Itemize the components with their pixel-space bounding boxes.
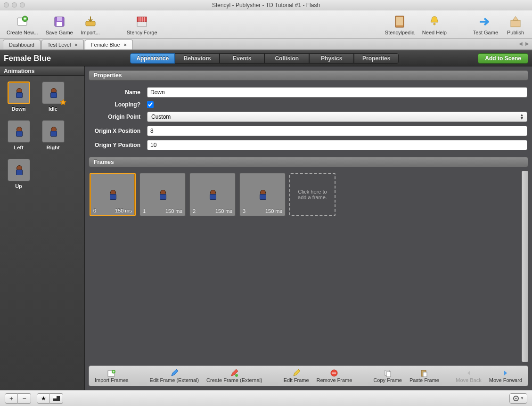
create-frame-external-label: Create Frame (External) bbox=[206, 377, 262, 383]
tab-next-icon[interactable]: ▶ bbox=[525, 41, 529, 46]
svg-rect-6 bbox=[137, 22, 147, 26]
save-game-button[interactable]: Save Game bbox=[42, 12, 77, 37]
frame-1[interactable]: 1 150 ms bbox=[139, 173, 186, 216]
frame-duration: 150 ms bbox=[165, 208, 182, 214]
name-label: Name bbox=[90, 89, 140, 96]
create-new-label: Create New... bbox=[7, 30, 38, 35]
save-icon bbox=[53, 14, 65, 30]
animation-left[interactable] bbox=[8, 120, 30, 143]
svg-rect-5 bbox=[86, 21, 95, 26]
animation-right-label: Right bbox=[46, 145, 59, 150]
stencylforge-button[interactable]: StencylForge bbox=[123, 12, 161, 37]
frame-2[interactable]: 2 150 ms bbox=[189, 173, 236, 216]
layers-button[interactable] bbox=[50, 393, 63, 404]
frames-toolbar: Import Frames Edit Frame (External) Crea… bbox=[89, 365, 528, 386]
create-new-icon bbox=[16, 14, 29, 30]
close-icon[interactable]: × bbox=[74, 42, 77, 48]
copy-frame-button[interactable]: Copy Frame bbox=[369, 368, 406, 384]
tab-physics[interactable]: Physics bbox=[309, 53, 354, 64]
animation-up[interactable] bbox=[8, 159, 30, 181]
arrow-left-icon bbox=[466, 369, 472, 377]
create-new-button[interactable]: Create New... bbox=[3, 12, 42, 37]
looping-checkbox[interactable] bbox=[147, 101, 154, 108]
paste-frame-label: Paste Frame bbox=[409, 377, 439, 383]
import-button[interactable]: Import... bbox=[77, 12, 104, 37]
svg-point-14 bbox=[434, 23, 435, 25]
animation-idle[interactable] bbox=[42, 81, 65, 104]
tab-test-level-label: Test Level bbox=[48, 42, 71, 48]
tab-prev-icon[interactable]: ◀ bbox=[519, 41, 523, 46]
paste-frame-button[interactable]: Paste Frame bbox=[406, 368, 443, 384]
need-help-button[interactable]: Need Help bbox=[418, 12, 450, 37]
sprite-icon bbox=[15, 127, 23, 136]
remove-frame-button[interactable]: Remove Frame bbox=[313, 368, 356, 384]
remove-animation-button[interactable]: − bbox=[18, 393, 31, 404]
close-icon[interactable]: × bbox=[124, 42, 127, 48]
add-to-scene-button[interactable]: Add to Scene bbox=[478, 53, 528, 64]
frame-index: 3 bbox=[243, 208, 246, 214]
stencylpedia-button[interactable]: Stencylpedia bbox=[381, 12, 418, 37]
svg-rect-7 bbox=[137, 17, 147, 22]
chevron-updown-icon: ▲▼ bbox=[520, 114, 524, 120]
editor-mode-tabs: Appearance Behaviors Events Collision Ph… bbox=[130, 53, 399, 64]
animation-up-label: Up bbox=[15, 183, 22, 189]
svg-rect-15 bbox=[511, 20, 520, 27]
settings-button[interactable]: ▼ bbox=[509, 393, 527, 404]
frame-0[interactable]: 0 150 ms bbox=[90, 173, 136, 216]
animation-idle-label: Idle bbox=[49, 106, 57, 112]
add-frame-button[interactable]: Click here to add a frame. bbox=[289, 173, 336, 216]
remove-frame-label: Remove Frame bbox=[317, 377, 352, 383]
add-animation-button[interactable]: + bbox=[5, 393, 18, 404]
svg-rect-20 bbox=[332, 373, 336, 374]
animation-down-label: Down bbox=[12, 106, 26, 112]
star-block: ★ bbox=[37, 393, 63, 404]
name-input[interactable] bbox=[147, 87, 527, 97]
frame-duration: 150 ms bbox=[265, 208, 282, 214]
actor-title: Female Blue bbox=[4, 54, 51, 63]
svg-rect-26 bbox=[53, 396, 57, 398]
test-game-button[interactable]: Test Game bbox=[469, 12, 502, 37]
svg-rect-3 bbox=[57, 17, 62, 21]
animations-sidebar: Animations Down Idle Left Right bbox=[0, 66, 85, 390]
pencil-icon bbox=[293, 369, 300, 377]
frame-3[interactable]: 3 150 ms bbox=[239, 173, 286, 216]
import-label: Import... bbox=[81, 30, 100, 35]
origin-x-input[interactable] bbox=[147, 126, 527, 136]
sprite-icon bbox=[109, 190, 116, 199]
properties-form: Name Looping? Origin Point Custom ▲▼ Ori… bbox=[85, 81, 532, 150]
tab-appearance[interactable]: Appearance bbox=[130, 53, 175, 64]
scrollbar[interactable] bbox=[522, 171, 528, 362]
tab-dashboard[interactable]: Dashboard bbox=[3, 40, 41, 49]
edit-frame-button[interactable]: Edit Frame bbox=[280, 368, 313, 384]
play-arrow-icon bbox=[479, 14, 492, 30]
stencylforge-icon bbox=[135, 14, 148, 30]
gear-icon bbox=[513, 395, 519, 402]
animation-down[interactable] bbox=[8, 81, 30, 104]
save-game-label: Save Game bbox=[46, 30, 73, 35]
create-frame-external-button[interactable]: Create Frame (External) bbox=[203, 368, 266, 384]
import-frames-button[interactable]: Import Frames bbox=[91, 368, 132, 384]
tab-behaviors[interactable]: Behaviors bbox=[175, 53, 220, 64]
publish-button[interactable]: Publish bbox=[502, 12, 529, 37]
import-frames-label: Import Frames bbox=[95, 377, 129, 383]
animation-right[interactable] bbox=[42, 120, 65, 143]
document-tabs: Dashboard Test Level× Female Blue× ◀ ▶ bbox=[0, 39, 532, 50]
origin-point-value: Custom bbox=[151, 114, 171, 120]
svg-rect-13 bbox=[396, 17, 403, 25]
edit-frame-external-button[interactable]: Edit Frame (External) bbox=[146, 368, 203, 384]
move-forward-button[interactable]: Move Forward bbox=[485, 368, 526, 384]
origin-point-select[interactable]: Custom ▲▼ bbox=[147, 112, 527, 122]
tab-test-level[interactable]: Test Level× bbox=[41, 40, 84, 49]
origin-point-label: Origin Point bbox=[90, 114, 140, 120]
tab-female-blue[interactable]: Female Blue× bbox=[85, 40, 133, 49]
tab-collision[interactable]: Collision bbox=[264, 53, 309, 64]
move-back-button[interactable]: Move Back bbox=[452, 368, 485, 384]
tab-properties[interactable]: Properties bbox=[354, 53, 399, 64]
content-area: Properties Name Looping? Origin Point Cu… bbox=[85, 66, 532, 390]
tab-events[interactable]: Events bbox=[220, 53, 264, 64]
tab-nav-arrows: ◀ ▶ bbox=[519, 41, 529, 46]
set-default-button[interactable]: ★ bbox=[37, 393, 50, 404]
remove-icon bbox=[330, 369, 338, 377]
copy-frame-label: Copy Frame bbox=[373, 377, 402, 383]
origin-y-input[interactable] bbox=[147, 140, 527, 150]
